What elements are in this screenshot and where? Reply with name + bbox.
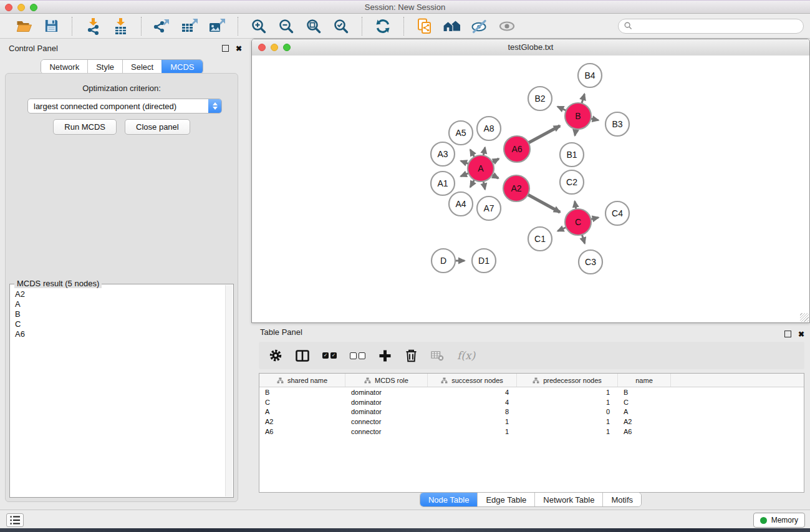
table-cell[interactable]: A2 <box>618 418 671 425</box>
toggle-panel-layout-icon[interactable] <box>296 348 309 363</box>
tab-motifs[interactable]: Motifs <box>602 493 641 506</box>
zoom-fit-icon[interactable] <box>304 17 324 36</box>
column-header-name[interactable]: name <box>618 374 671 387</box>
run-mcds-button[interactable]: Run MCDS <box>53 119 117 135</box>
close-panel-icon[interactable]: ✖ <box>236 46 242 52</box>
table-cell[interactable]: 1 <box>517 389 618 396</box>
export-table-icon[interactable] <box>180 17 200 36</box>
edge-B-B3[interactable] <box>591 118 599 120</box>
edge-C-C1[interactable] <box>557 227 566 231</box>
edge-A-A2[interactable] <box>492 175 498 178</box>
search-box[interactable] <box>618 19 804 34</box>
edge-A-A1[interactable] <box>461 173 469 177</box>
table-cell[interactable]: A <box>618 408 671 415</box>
table-cell[interactable]: 4 <box>428 389 517 396</box>
search-input[interactable] <box>636 21 798 31</box>
table-cell[interactable]: dominator <box>345 408 428 415</box>
tab-select[interactable]: Select <box>122 60 162 74</box>
deselect-all-checkboxes-icon[interactable] <box>350 348 365 363</box>
table-cell[interactable]: 4 <box>428 399 517 406</box>
settings-gear-icon[interactable] <box>269 348 282 363</box>
table-cell[interactable]: 1 <box>517 418 618 425</box>
refresh-layout-icon[interactable] <box>373 17 393 36</box>
table-cell[interactable]: A6 <box>618 428 671 435</box>
edge-A2-C[interactable] <box>528 195 560 212</box>
edge-C-C2[interactable] <box>575 201 576 210</box>
resize-grip[interactable] <box>800 313 809 322</box>
table-cell[interactable]: connector <box>345 428 428 435</box>
table-cell[interactable]: B <box>618 389 671 396</box>
criterion-select[interactable]: largest connected component (directed) <box>27 99 222 114</box>
result-list-item[interactable]: C <box>15 319 226 329</box>
table-row[interactable]: Adominator80A <box>259 407 804 417</box>
new-network-from-selection-icon[interactable] <box>415 17 435 36</box>
close-panel-button[interactable]: Close panel <box>125 119 190 135</box>
result-list-item[interactable]: B <box>15 309 226 319</box>
table-cell[interactable]: connector <box>345 418 428 425</box>
zoom-in-icon[interactable] <box>249 17 269 36</box>
table-cell[interactable]: dominator <box>345 389 428 396</box>
float-panel-icon[interactable] <box>222 45 229 52</box>
float-table-panel-icon[interactable] <box>784 331 791 337</box>
table-row[interactable]: A2connector11A2 <box>259 417 804 427</box>
save-session-icon[interactable] <box>41 17 61 36</box>
table-cell[interactable]: 1 <box>428 428 517 435</box>
delete-table-icon[interactable] <box>431 348 444 363</box>
table-cell[interactable]: 1 <box>517 428 618 435</box>
memory-button[interactable]: Memory <box>753 513 805 528</box>
table-cell[interactable]: A <box>259 408 345 415</box>
edge-B-B1[interactable] <box>575 129 576 136</box>
table-cell[interactable]: C <box>618 399 671 406</box>
table-row[interactable]: Bdominator41B <box>259 387 804 397</box>
zoom-selected-icon[interactable] <box>331 17 351 36</box>
table-cell[interactable]: B <box>259 389 345 396</box>
zoom-out-icon[interactable] <box>276 17 296 36</box>
export-image-icon[interactable] <box>207 17 227 36</box>
column-header-mcds-role[interactable]: MCDS role <box>345 374 428 387</box>
edge-A6-B[interactable] <box>528 126 560 143</box>
open-session-icon[interactable] <box>14 17 34 36</box>
edge-A-A5[interactable] <box>470 150 475 157</box>
close-table-panel-icon[interactable]: ✖ <box>798 331 804 337</box>
tab-style[interactable]: Style <box>87 60 122 74</box>
edge-C-C4[interactable] <box>591 218 598 220</box>
result-list-item[interactable]: A <box>15 299 226 309</box>
export-network-icon[interactable] <box>152 17 172 36</box>
network-canvas[interactable]: B4B2BB3A5A8A6B1A3AC2A1A2A4A7C4CC1C3DD1 <box>252 56 809 322</box>
table-cell[interactable]: 8 <box>428 408 517 415</box>
table-cell[interactable]: dominator <box>345 399 428 406</box>
column-header-successor-nodes[interactable]: successor nodes <box>428 374 517 387</box>
tab-node-table[interactable]: Node Table <box>420 493 478 506</box>
table-row[interactable]: Cdominator41C <box>259 397 804 407</box>
table-cell[interactable]: 1 <box>428 418 517 425</box>
select-all-checkboxes-icon[interactable]: ✓✓ <box>322 348 337 363</box>
edge-A-A3[interactable] <box>461 161 468 164</box>
add-column-icon[interactable] <box>378 348 392 363</box>
hide-selected-icon[interactable] <box>470 17 489 36</box>
edge-A-A8[interactable] <box>483 147 485 155</box>
table-cell[interactable]: C <box>259 399 345 406</box>
import-table-icon[interactable] <box>110 17 130 36</box>
column-header-shared-name[interactable]: shared name <box>259 374 345 387</box>
home-view-icon[interactable] <box>442 17 462 36</box>
edge-A-A6[interactable] <box>493 159 499 163</box>
table-row[interactable]: A6connector11A6 <box>259 427 804 437</box>
show-all-icon[interactable] <box>497 17 517 36</box>
function-builder-icon[interactable]: f(x) <box>457 348 475 363</box>
result-list-item[interactable]: A6 <box>15 329 226 339</box>
column-header-predecessor-nodes[interactable]: predecessor nodes <box>517 374 618 387</box>
table-cell[interactable]: A6 <box>259 428 345 435</box>
table-cell[interactable]: 1 <box>517 399 618 406</box>
vertical-scrollbar[interactable] <box>225 285 233 496</box>
table-cell[interactable]: 0 <box>517 408 618 415</box>
edge-B-B2[interactable] <box>557 107 566 110</box>
edge-B-B4[interactable] <box>582 94 584 104</box>
delete-columns-icon[interactable] <box>405 348 418 363</box>
tab-network[interactable]: Network <box>41 60 87 74</box>
tab-edge-table[interactable]: Edge Table <box>477 493 534 506</box>
tab-mcds[interactable]: MCDS <box>162 60 202 74</box>
edge-C-C3[interactable] <box>582 235 584 243</box>
import-network-icon[interactable] <box>83 17 103 36</box>
edge-A-A7[interactable] <box>483 181 485 190</box>
result-list-item[interactable]: A2 <box>15 289 226 299</box>
